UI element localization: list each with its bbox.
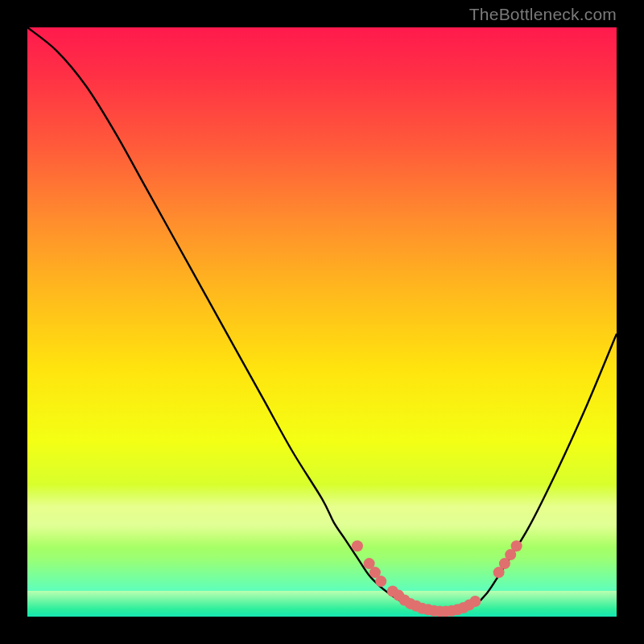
watermark-text: TheBottleneck.com [469, 5, 617, 24]
chart-frame: TheBottleneck.com [0, 0, 644, 644]
curve-marker [375, 576, 386, 587]
curve-marker [352, 540, 363, 551]
plot-area [27, 27, 617, 617]
curve-marker [511, 540, 522, 551]
curve-svg [27, 27, 617, 617]
bottleneck-curve [27, 27, 617, 613]
curve-marker [469, 596, 481, 607]
